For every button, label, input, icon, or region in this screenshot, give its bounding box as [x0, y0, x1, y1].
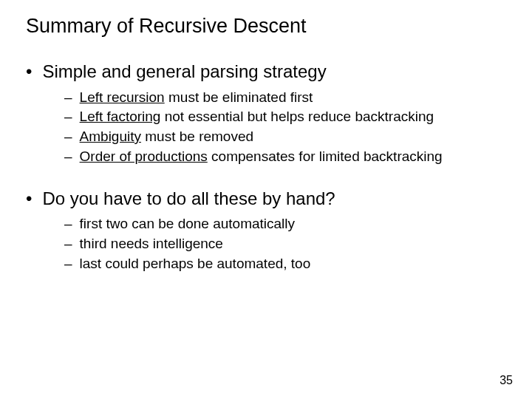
dash-marker-icon: –: [64, 148, 72, 166]
bullet-item: • Simple and general parsing strategy: [26, 61, 532, 83]
list-item: – last could perhaps be automated, too: [64, 255, 532, 273]
slide-title: Summary of Recursive Descent: [26, 15, 532, 38]
dash-marker-icon: –: [64, 89, 72, 107]
underlined-term: Order of productions: [80, 149, 208, 164]
list-item: – Left recursion must be eliminated firs…: [64, 89, 532, 107]
underlined-term: Left factoring: [80, 109, 161, 124]
bullet-marker-icon: •: [26, 188, 32, 210]
sub-rest: not essential but helps reduce backtrack…: [160, 109, 434, 124]
dash-marker-icon: –: [64, 215, 72, 233]
sub-text: first two can be done automatically: [80, 215, 296, 233]
list-item: – Left factoring not essential but helps…: [64, 108, 532, 126]
sub-rest: first two can be done automatically: [80, 216, 296, 231]
sub-list: – Left recursion must be eliminated firs…: [64, 89, 532, 166]
list-item: – third needs intelligence: [64, 235, 532, 253]
bullet-text: Simple and general parsing strategy: [42, 61, 326, 83]
underlined-term: Ambiguity: [80, 129, 141, 144]
list-item: – first two can be done automatically: [64, 215, 532, 233]
dash-marker-icon: –: [64, 255, 72, 273]
dash-marker-icon: –: [64, 108, 72, 126]
sub-text: Ambiguity must be removed: [80, 128, 254, 146]
sub-rest: third needs intelligence: [80, 236, 223, 251]
bullet-text: Do you have to do all these by hand?: [42, 188, 335, 210]
dash-marker-icon: –: [64, 128, 72, 146]
sub-rest: compensates for limited backtracking: [208, 149, 443, 164]
sub-text: third needs intelligence: [80, 235, 223, 253]
sub-text: Order of productions compensates for lim…: [80, 148, 443, 166]
list-item: – Ambiguity must be removed: [64, 128, 532, 146]
page-number: 35: [499, 374, 513, 387]
dash-marker-icon: –: [64, 235, 72, 253]
sub-list: – first two can be done automatically – …: [64, 215, 532, 273]
bullet-marker-icon: •: [26, 61, 32, 83]
sub-text: Left factoring not essential but helps r…: [80, 108, 434, 126]
sub-rest: must be removed: [141, 129, 253, 144]
list-item: – Order of productions compensates for l…: [64, 148, 532, 166]
underlined-term: Left recursion: [80, 89, 165, 105]
sub-rest: last could perhaps be automated, too: [80, 256, 311, 271]
sub-text: Left recursion must be eliminated first: [80, 89, 313, 107]
sub-text: last could perhaps be automated, too: [80, 255, 311, 273]
sub-rest: must be eliminated first: [165, 89, 313, 105]
bullet-item: • Do you have to do all these by hand?: [26, 188, 532, 210]
